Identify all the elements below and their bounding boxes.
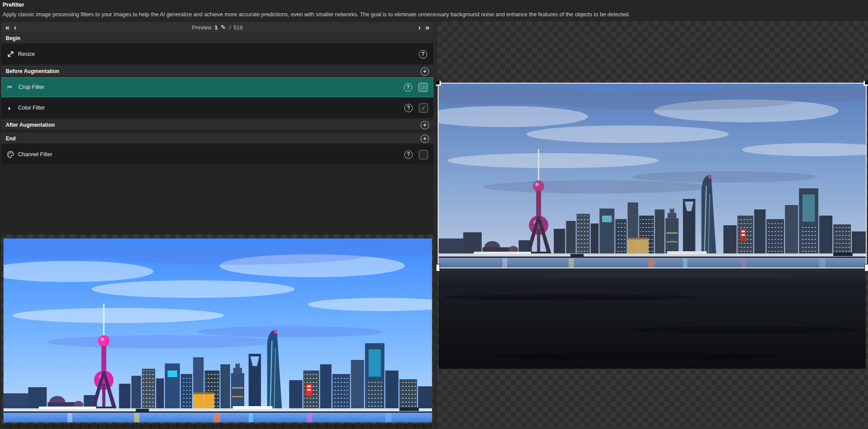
section-header-begin: Begin [1,33,433,44]
filter-row-color-filter[interactable]: ◑ Color Filter ? ✓ [1,98,433,118]
page-title: Prefilter [3,1,24,8]
help-icon[interactable]: ? [404,150,413,159]
filter-row-label: Channel Filter [18,151,52,158]
filtered-preview-area [1,235,433,429]
preview-separator: / [229,25,230,31]
color-filter-checkbox[interactable]: ✓ [419,103,428,113]
crop-handle-top-right[interactable] [864,81,868,86]
crop-handle-top-left[interactable] [436,81,441,86]
add-filter-button[interactable]: + [421,135,429,143]
preview-total-count: 518 [234,25,243,31]
help-icon[interactable]: ? [419,50,427,59]
panel-divider [435,21,435,429]
filter-pipeline-panel: « ‹ Preview 1 ✎ / 518 › » Begin [1,22,433,429]
empty-section-gap [1,130,433,133]
filter-row-resize[interactable]: Resize ? [1,44,433,64]
prefilter-page: Prefilter Apply classic image processing… [0,0,868,429]
crop-handle-bottom-left[interactable] [436,264,440,271]
section-label: End [6,136,16,142]
scissors-icon: ✂ [7,83,18,91]
preview-nav-right: › » [417,22,431,33]
preview-navigation-bar: « ‹ Preview 1 ✎ / 518 › » [1,22,433,33]
help-icon[interactable]: ? [404,83,412,92]
resize-diagonal-arrow-icon [7,50,18,58]
filter-row-label: Color Filter [18,105,45,111]
section-header-before-augmentation: Before Augmentation + [1,66,433,77]
filtered-preview-image [4,238,432,422]
contrast-icon: ◑ [7,104,18,112]
filter-row-crop-filter[interactable]: ✂ Crop Filter ? ✓ [1,77,433,97]
outside-crop-dim-overlay [439,268,866,369]
channel-filter-checkbox[interactable]: ✓ [419,150,428,159]
next-page-button[interactable]: › [417,22,422,33]
section-label: Before Augmentation [6,68,59,74]
crop-region[interactable] [438,83,867,268]
crop-handle-bottom-right[interactable] [864,264,868,271]
edit-pencil-icon[interactable]: ✎ [221,24,226,31]
section-header-end: End + [1,133,433,144]
check-icon: ✓ [421,105,426,111]
filter-row-label: Resize [18,51,35,57]
filter-sections-list: Begin Resize ? Before Augmentation + ✂ [1,33,433,235]
palette-icon [7,150,18,158]
help-icon[interactable]: ? [404,104,413,112]
page-description: Apply classic image processing filters t… [3,11,630,18]
add-filter-button[interactable]: + [421,67,429,76]
crop-canvas-panel [437,21,868,429]
section-label: After Augmentation [6,122,55,128]
section-label: Begin [6,35,20,41]
horizontal-scrollbar[interactable] [2,424,432,429]
filter-row-label: Crop Filter [18,84,44,90]
filter-row-channel-filter[interactable]: Channel Filter ? ✓ [1,144,433,165]
last-page-button[interactable]: » [424,22,431,33]
add-filter-button[interactable]: + [421,121,429,129]
preview-current-number[interactable]: 1 [215,25,218,31]
preview-counter: Preview 1 ✎ / 518 [1,22,433,33]
section-header-after-augmentation: After Augmentation + [1,120,433,130]
source-image-canvas [439,84,866,369]
preview-label: Preview [192,25,211,31]
check-icon: ✓ [420,84,426,91]
crop-filter-checkbox[interactable]: ✓ [418,83,428,92]
